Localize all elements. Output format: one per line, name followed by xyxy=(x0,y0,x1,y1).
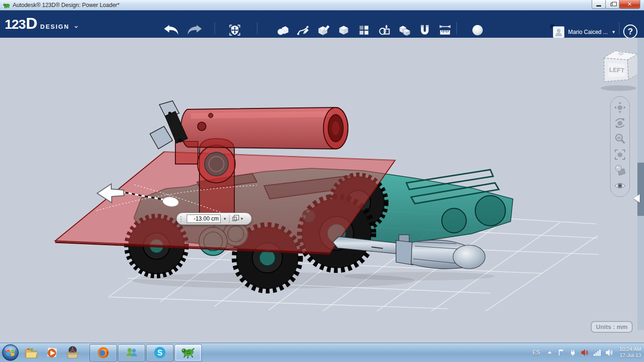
explorer-folder-icon xyxy=(24,346,38,360)
zoom-button[interactable] xyxy=(613,132,627,146)
orbit-icon xyxy=(614,117,626,129)
desktop: Autodesk® 123D® Design: Power Loader* ✕ … xyxy=(0,0,644,362)
windows-start-icon xyxy=(1,344,19,362)
taskbar-clock[interactable]: 10:24 AM 17-Jul-13 xyxy=(618,346,641,359)
volume-button[interactable] xyxy=(605,349,613,356)
orbit-button[interactable] xyxy=(613,116,627,130)
parts-box-icon xyxy=(66,346,80,360)
minimize-button[interactable] xyxy=(592,0,606,9)
measure-ruler-icon xyxy=(438,24,452,37)
start-button[interactable] xyxy=(0,343,21,362)
copy-mode-button[interactable] xyxy=(230,217,238,221)
view-navigation-toolbar xyxy=(610,96,630,197)
eye-icon xyxy=(614,180,626,192)
messenger-icon xyxy=(124,346,139,360)
material-view-icon xyxy=(614,164,626,176)
help-button[interactable]: ? xyxy=(623,25,637,39)
material-sphere-icon xyxy=(471,23,485,37)
logo-design: DESIGN xyxy=(40,23,69,30)
user-name: Mario Caiced ... xyxy=(568,29,608,35)
units-button[interactable]: Units : mm xyxy=(591,321,633,333)
tool-combine-button[interactable] xyxy=(396,21,413,39)
redo-icon xyxy=(186,25,202,35)
network-signal-icon xyxy=(593,349,601,356)
undo-button[interactable] xyxy=(163,21,181,39)
copy-icon xyxy=(232,217,237,221)
dimension-input[interactable] xyxy=(187,214,221,223)
window-controls: ✕ xyxy=(592,0,640,9)
skype-letter: S xyxy=(157,349,163,357)
audio-manager-button[interactable] xyxy=(581,349,589,356)
sketch-icon xyxy=(297,24,310,37)
drag-grip-icon[interactable] xyxy=(179,215,187,222)
window-title: Autodesk® 123D® Design: Power Loader* xyxy=(13,2,119,8)
power-plug-icon xyxy=(569,349,577,356)
taskbar-123d-design-button[interactable] xyxy=(174,344,202,362)
language-indicator[interactable]: ES xyxy=(531,349,542,356)
taskbar-media-player-button[interactable] xyxy=(41,343,62,362)
tool-snap-button[interactable] xyxy=(416,21,434,39)
material-view-button[interactable] xyxy=(613,163,627,177)
red-speaker-icon xyxy=(581,349,589,356)
action-center-button[interactable] xyxy=(557,349,565,356)
viewcube[interactable]: LEFT xyxy=(601,51,638,91)
fit-icon xyxy=(614,148,626,161)
taskbar-firefox-button[interactable] xyxy=(90,344,117,362)
construct-icon xyxy=(317,24,330,37)
media-player-icon xyxy=(45,346,59,360)
fit-button[interactable] xyxy=(613,148,627,162)
help-icon: ? xyxy=(628,27,633,37)
taskbar-skype-button[interactable]: S xyxy=(146,344,173,362)
system-tray: ES xyxy=(531,346,644,359)
app-menu-button[interactable]: 123D DESIGN ⌄ xyxy=(5,14,79,33)
chevron-down-icon: ⌄ xyxy=(73,21,79,30)
123d-design-icon xyxy=(181,346,196,360)
tool-sketch-button[interactable] xyxy=(294,21,312,39)
grouping-icon xyxy=(378,24,391,37)
rear-wheel-well xyxy=(475,196,505,226)
toolbar-separator xyxy=(215,22,215,34)
network-button[interactable] xyxy=(593,349,601,356)
restore-icon xyxy=(611,3,614,6)
taskbar-parts-box-button[interactable] xyxy=(62,343,83,362)
3d-scene-canvas[interactable]: LEFT xyxy=(0,38,644,343)
taskbar-explorer-button[interactable] xyxy=(21,343,41,362)
close-button[interactable]: ✕ xyxy=(619,0,640,9)
logo-123: 123 xyxy=(5,17,25,32)
logo-d: D xyxy=(26,14,38,33)
pan-button[interactable] xyxy=(613,100,627,115)
hidden-icons-button[interactable] xyxy=(546,349,553,356)
side-panel-thumb[interactable] xyxy=(637,163,644,216)
panel-expand-arrow-icon[interactable] xyxy=(634,194,640,203)
taskbar: S ES xyxy=(0,343,644,362)
skype-icon: S xyxy=(153,346,167,360)
clock-date: 17-Jul-13 xyxy=(619,353,641,359)
redo-button[interactable] xyxy=(185,21,203,39)
taskbar-messenger-button[interactable] xyxy=(118,344,145,362)
missile-collar xyxy=(396,240,413,265)
tool-construct-button[interactable] xyxy=(314,21,332,39)
visibility-button[interactable] xyxy=(613,179,627,193)
material-sphere-button[interactable] xyxy=(469,21,487,39)
restore-button[interactable] xyxy=(605,0,619,9)
power-plug-button[interactable] xyxy=(569,349,577,356)
primitives-icon xyxy=(276,24,289,37)
chevron-up-icon xyxy=(546,349,553,356)
minimize-icon xyxy=(596,5,601,7)
dimension-dropdown-caret-icon[interactable]: ▼ xyxy=(221,217,229,221)
tool-primitives-button[interactable] xyxy=(274,21,292,39)
flag-icon xyxy=(557,349,565,356)
firefox-icon xyxy=(96,346,110,360)
tool-pattern-button[interactable] xyxy=(355,21,373,39)
user-account-button[interactable]: Mario Caiced ... ▼ xyxy=(553,26,616,38)
snap-magnet-icon xyxy=(418,24,431,37)
zoom-icon xyxy=(614,132,626,145)
turret-bore xyxy=(205,152,228,176)
tool-transform-button[interactable] xyxy=(226,21,244,39)
tool-modify-button[interactable] xyxy=(335,21,353,39)
undo-icon xyxy=(164,25,180,35)
app-icon xyxy=(3,2,10,8)
tool-measure-button[interactable] xyxy=(436,21,454,39)
missile-nose xyxy=(453,245,485,269)
tool-grouping-button[interactable] xyxy=(375,21,393,39)
